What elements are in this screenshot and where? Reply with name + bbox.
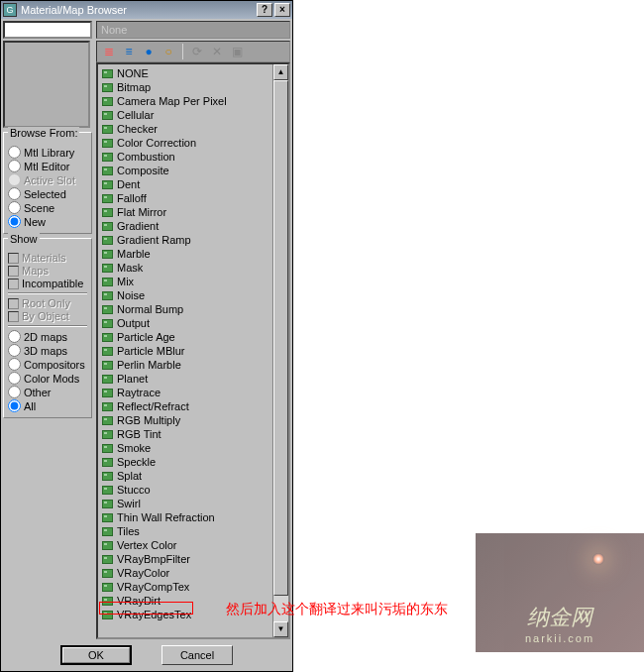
list-item[interactable]: Mask xyxy=(100,261,270,275)
right-panel: None ≣ ≡ ● ○ ⟳ ✕ ▣ NONEBitmapCamera Map … xyxy=(94,19,292,641)
close-button[interactable]: × xyxy=(274,3,290,17)
list-item[interactable]: Gradient xyxy=(100,219,270,233)
list-item[interactable]: Color Correction xyxy=(100,136,270,150)
list-item[interactable]: Marble xyxy=(100,247,270,261)
list-item[interactable]: Checker xyxy=(100,122,270,136)
material-map-browser-dialog: G Material/Map Browser ? × Browse From: … xyxy=(0,0,293,672)
list-item[interactable]: Vertex Color xyxy=(100,538,270,552)
list-item[interactable]: Camera Map Per Pixel xyxy=(100,94,270,108)
map-icon xyxy=(102,486,113,495)
map-icon xyxy=(102,458,113,467)
ok-button[interactable]: OK xyxy=(60,645,132,665)
list-item[interactable]: Tiles xyxy=(100,524,270,538)
list-item[interactable]: Perlin Marble xyxy=(100,358,270,372)
dialog-buttons: OK Cancel xyxy=(1,641,292,669)
list-item[interactable]: Planet xyxy=(100,372,270,386)
browse-from-scene[interactable]: Scene xyxy=(8,201,87,214)
map-icon xyxy=(102,389,113,397)
map-icon xyxy=(102,236,113,245)
view-sphere-icon[interactable]: ● xyxy=(141,44,157,59)
view-sphere-small-icon[interactable]: ○ xyxy=(161,44,176,59)
map-list-container: NONEBitmapCamera Map Per PixelCellularCh… xyxy=(96,62,290,639)
list-item[interactable]: Particle MBlur xyxy=(100,344,270,358)
cancel-button[interactable]: Cancel xyxy=(161,645,233,665)
map-icon xyxy=(102,139,113,148)
show-radio-all[interactable]: All xyxy=(8,399,87,412)
left-panel: Browse From: Mtl LibraryMtl EditorActive… xyxy=(1,19,94,641)
list-item[interactable]: Dent xyxy=(100,177,270,191)
list-item[interactable]: Normal Bump xyxy=(100,302,270,316)
list-item[interactable]: Reflect/Refract xyxy=(100,399,270,413)
map-icon xyxy=(102,97,113,106)
show-check-maps: Maps xyxy=(8,265,87,277)
browse-from-active-slot: Active Slot xyxy=(8,173,87,186)
help-button[interactable]: ? xyxy=(257,3,272,17)
list-item[interactable]: Raytrace xyxy=(100,386,270,399)
map-list[interactable]: NONEBitmapCamera Map Per PixelCellularCh… xyxy=(98,64,272,637)
list-item[interactable]: NONE xyxy=(100,66,270,80)
show-check-incompatible[interactable]: Incompatible xyxy=(8,278,87,289)
map-icon xyxy=(102,416,113,425)
list-item[interactable]: Smoke xyxy=(100,441,270,455)
view-list-small-icon[interactable]: ≡ xyxy=(121,44,137,59)
list-item[interactable]: Flat Mirror xyxy=(100,205,270,219)
list-item[interactable]: Composite xyxy=(100,164,270,177)
toolbar: ≣ ≡ ● ○ ⟳ ✕ ▣ xyxy=(96,41,290,62)
map-icon xyxy=(102,597,113,606)
show-radio-other[interactable]: Other xyxy=(8,386,87,398)
scroll-up-button[interactable]: ▲ xyxy=(273,64,288,80)
map-icon xyxy=(102,278,113,286)
list-item[interactable]: VRayBmpFilter xyxy=(100,552,270,566)
show-group: Show MaterialsMapsIncompatible Root Only… xyxy=(3,238,92,418)
watermark: 纳金网 narkii.com xyxy=(476,533,644,652)
show-radio-2d-maps[interactable]: 2D maps xyxy=(8,330,87,343)
scrollbar[interactable]: ▲ ▼ xyxy=(272,64,288,637)
list-item[interactable]: Particle Age xyxy=(100,330,270,344)
map-icon xyxy=(102,194,113,203)
list-item[interactable]: Gradient Ramp xyxy=(100,233,270,247)
list-item[interactable]: Bitmap xyxy=(100,80,270,94)
list-item[interactable]: Falloff xyxy=(100,191,270,205)
clear-icon[interactable]: ▣ xyxy=(229,44,245,59)
list-item[interactable]: Swirl xyxy=(100,497,270,510)
list-item[interactable]: Noise xyxy=(100,288,270,302)
scroll-down-button[interactable]: ▼ xyxy=(273,621,288,637)
delete-icon[interactable]: ✕ xyxy=(209,44,225,59)
list-item[interactable]: Combustion xyxy=(100,150,270,164)
search-input[interactable] xyxy=(3,21,92,39)
watermark-line1: 纳金网 xyxy=(527,603,592,632)
list-item[interactable]: Speckle xyxy=(100,455,270,469)
map-icon xyxy=(102,513,113,522)
list-item[interactable]: Cellular xyxy=(100,108,270,122)
show-check-root-only: Root Only xyxy=(8,297,87,309)
map-icon xyxy=(102,347,113,356)
map-icon xyxy=(102,375,113,384)
list-item[interactable]: RGB Multiply xyxy=(100,413,270,427)
lens-flare-icon xyxy=(592,553,604,565)
map-icon xyxy=(102,444,113,453)
show-radio-compositors[interactable]: Compositors xyxy=(8,358,87,371)
update-icon[interactable]: ⟳ xyxy=(189,44,205,59)
view-list-icon[interactable]: ≣ xyxy=(101,44,117,59)
map-icon xyxy=(102,319,113,328)
list-item[interactable]: VRayColor xyxy=(100,566,270,580)
map-icon xyxy=(102,569,113,578)
show-radio-color-mods[interactable]: Color Mods xyxy=(8,372,87,385)
show-radio-3d-maps[interactable]: 3D maps xyxy=(8,344,87,357)
list-item[interactable]: Mix xyxy=(100,275,270,288)
scroll-thumb[interactable] xyxy=(273,80,288,596)
list-item[interactable]: Thin Wall Refraction xyxy=(100,510,270,524)
list-item[interactable]: VRayCompTex xyxy=(100,580,270,594)
list-item[interactable]: Output xyxy=(100,316,270,330)
list-item[interactable]: RGB Tint xyxy=(100,427,270,441)
browse-from-mtl-editor[interactable]: Mtl Editor xyxy=(8,160,87,172)
list-item[interactable]: Splat xyxy=(100,469,270,483)
show-check-by-object: By Object xyxy=(8,310,87,322)
browse-from-new[interactable]: New xyxy=(8,215,87,228)
browse-from-selected[interactable]: Selected xyxy=(8,187,87,200)
map-icon xyxy=(102,125,113,134)
map-icon xyxy=(102,402,113,411)
browse-from-mtl-library[interactable]: Mtl Library xyxy=(8,146,87,159)
list-item[interactable]: Stucco xyxy=(100,483,270,497)
titlebar[interactable]: G Material/Map Browser ? × xyxy=(1,1,292,19)
